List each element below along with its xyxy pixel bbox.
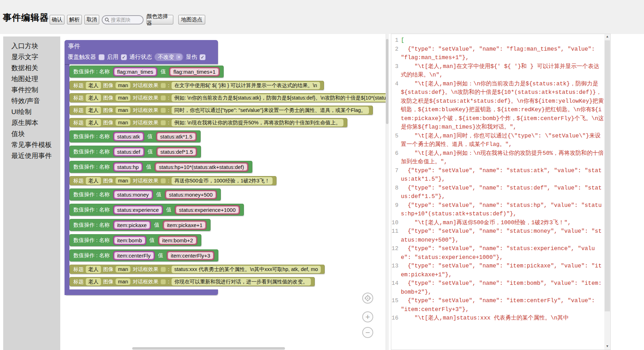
dialog-effect-checkbox[interactable] [161,95,166,101]
map-pick-button[interactable]: 地图选点 [178,15,205,24]
name-pill[interactable]: status:money [113,190,153,199]
name-pill[interactable]: item:centerFly [113,251,155,260]
search-input[interactable] [111,17,141,23]
setvalue-row[interactable]: 数值操作 : 名称 status:hp 值 status:hp+10*(stat… [69,161,252,173]
sidebar-item-show-text[interactable]: 显示文字 [3,51,60,62]
setvalue-row[interactable]: 数值操作 : 名称 item:pickaxe 值 item:pickaxe+1 [69,219,211,231]
value-pill[interactable]: status:hp+10*(status:atk+status:def) [155,162,248,172]
value-pill[interactable]: status:money+500 [165,190,217,199]
value-pill[interactable]: status:experience+1000 [175,205,240,215]
image-field[interactable]: man [116,119,130,126]
dialog-effect-checkbox[interactable] [161,120,166,125]
confirm-button[interactable]: 确认 [50,15,65,24]
setvalue-row[interactable]: 数值操作 : 名称 item:centerFly 值 item:centerFl… [69,249,218,261]
scroll-down-arrow[interactable]: ▼ [604,344,610,350]
caption-field[interactable]: 老人 [86,94,101,102]
dialog-effect-checkbox[interactable] [161,267,166,272]
text-row[interactable]: 标题 老人 图像 man 对话框效果 : 再送你500金币，1000经验，1破2… [69,176,276,185]
workspace-vertical-scroll-thumb[interactable] [386,39,388,124]
cancel-button[interactable]: 取消 [84,15,99,24]
sidebar-item-common-templates[interactable]: 常见事件模板 [3,139,60,150]
image-field[interactable]: man [116,95,130,101]
text-row[interactable]: 标题 老人 图像 man 对话框效果 : status:xxx 代表勇士的某个属… [69,265,325,274]
value-pill[interactable]: item:pickaxe+1 [163,220,207,230]
image-field[interactable]: man [116,278,130,285]
sidebar-item-value-blocks[interactable]: 值块 [3,128,60,139]
parse-button[interactable]: 解析 [67,15,82,24]
dialog-effect-checkbox[interactable] [161,279,166,284]
text-field[interactable]: status:xxx 代表勇士的某个属性。\n其中xxx可取hp, atk, d… [172,266,321,273]
sidebar-item-ui-draw[interactable]: UI绘制 [3,106,60,117]
text-field[interactable]: 你现在可以重新和我进行对话，进一步看到属性值的改变。 [172,278,311,286]
pass-state-dropdown[interactable]: 不改变 ▼ [155,53,183,61]
text-row[interactable]: 标题 老人 图像 man 对话框效果 : 例如: \n你的当前攻击力是${sta… [69,93,389,102]
workspace-horizontal-scroll-thumb[interactable] [132,347,285,350]
text-row[interactable]: 标题 老人 图像 man 对话框效果 : 你现在可以重新和我进行对话，进一步看到… [69,277,315,286]
name-pill[interactable]: status:def [113,147,145,157]
name-pill[interactable]: item:pickaxe [113,220,151,230]
setvalue-row[interactable]: 数值操作 : 名称 status:atk 值 status:atk*1.5 [69,130,201,142]
zoom-in-button[interactable]: + [362,311,373,322]
image-field[interactable]: man [116,107,130,113]
recenter-button[interactable] [362,293,373,304]
name-pill[interactable]: status:atk [113,132,144,141]
image-field[interactable]: man [116,82,130,89]
image-field[interactable]: man [116,266,130,272]
code-scroll-thumb[interactable] [605,40,610,311]
blockly-workspace[interactable]: 事件 覆盖触发器 启用 ✓ 通行状态 不改变 ▼ 显伤 ✓ 数值操作 : 名称 … [60,34,389,350]
name-pill[interactable]: item:bomb [113,236,146,245]
sidebar-item-data[interactable]: 数据相关 [3,62,60,73]
setvalue-row[interactable]: 数值操作 : 名称 item:bomb 值 item:bomb+2 [69,234,201,246]
dialog-effect-checkbox[interactable] [161,83,166,88]
sidebar-item-entry-blocks[interactable]: 入口方块 [3,40,60,51]
scroll-up-arrow[interactable]: ▲ [604,34,610,40]
text-field[interactable]: 同时，你也可以通过{"type": "setValue"}来设置一个勇士的属性、… [172,107,369,114]
image-label: 图像 [103,266,113,273]
caption-field[interactable]: 老人 [86,107,101,114]
enable-checkbox[interactable]: ✓ [121,54,127,60]
value-pill[interactable]: item:centerFly+3 [167,251,214,260]
setvalue-row[interactable]: 数值操作 : 名称 status:money 值 status:money+50… [69,188,221,201]
name-pill[interactable]: status:experience [113,205,163,215]
line-number: 8 [391,184,401,201]
value-pill[interactable]: item:bomb+2 [158,236,197,245]
text-row[interactable]: 标题 老人 图像 man 对话框效果 : 在文字中使用${' ${ '}和 } … [69,81,324,90]
color-picker-button[interactable]: 颜色选择器 [146,15,173,24]
block-search[interactable] [102,15,144,24]
override-trigger-checkbox[interactable] [99,54,105,60]
code-scrollbar: ▲ ▼ [604,34,610,350]
sidebar-item-effects-sound[interactable]: 特效/声音 [3,95,60,106]
text-field[interactable]: 例如: \n你的当前攻击力是${status:atk}，防御力是${status… [172,94,389,102]
value-pill[interactable]: status:atk*1.5 [156,132,197,141]
caption-field[interactable]: 老人 [86,177,101,185]
caption-field[interactable]: 老人 [86,119,101,126]
setvalue-row[interactable]: 数值操作 : 名称 status:def 值 status:def*1.5 [69,146,201,158]
caption-field[interactable]: 老人 [86,278,101,286]
setvalue-row[interactable]: 数值操作 : 名称 flag:man_times 值 flag:man_time… [69,66,224,78]
damage-checkbox[interactable]: ✓ [200,54,206,60]
value-pill[interactable]: flag:man_times+1 [169,67,220,77]
sidebar-item-native-script[interactable]: 原生脚本 [3,117,60,128]
event-block[interactable]: 事件 覆盖触发器 启用 ✓ 通行状态 不改变 ▼ 显伤 ✓ 数值操作 : 名称 … [65,40,389,295]
caption-field[interactable]: 老人 [86,266,101,273]
name-pill[interactable]: status:hp [113,162,143,172]
event-block-header[interactable]: 事件 覆盖触发器 启用 ✓ 通行状态 不改变 ▼ 显伤 ✓ [65,40,218,64]
image-field[interactable]: man [116,177,130,184]
search-icon [105,17,110,22]
text-field[interactable]: 在文字中使用${' ${ '}和 } 可以计算并显示一个表达式的结果。\n [172,82,320,89]
caption-field[interactable]: 老人 [86,82,101,89]
text-field[interactable]: 例如: \n现在我将让你的攻防提升50%，再将攻防和的十倍加到生命值上。 [172,119,344,126]
sidebar-item-recent-events[interactable]: 最近使用事件 [3,150,60,161]
event-json-editor[interactable]: 1[ 2 {"type": "setValue", "name": "flag:… [391,34,611,350]
value-pill[interactable]: status:def*1.5 [156,147,197,157]
zoom-out-button[interactable]: − [362,327,373,338]
dialog-effect-checkbox[interactable] [161,108,166,113]
text-field[interactable]: 再送你500金币，1000经验，1破2炸3飞！ [172,177,273,185]
setvalue-row[interactable]: 数值操作 : 名称 status:experience 值 status:exp… [69,204,244,216]
name-pill[interactable]: flag:man_times [113,67,158,77]
sidebar-item-event-control[interactable]: 事件控制 [3,84,60,95]
sidebar-item-map-process[interactable]: 地图处理 [3,73,60,84]
dialog-effect-checkbox[interactable] [161,178,166,184]
text-row[interactable]: 标题 老人 图像 man 对话框效果 : 例如: \n现在我将让你的攻防提升50… [69,118,347,127]
text-row[interactable]: 标题 老人 图像 man 对话框效果 : 同时，你也可以通过{"type": "… [69,106,373,115]
